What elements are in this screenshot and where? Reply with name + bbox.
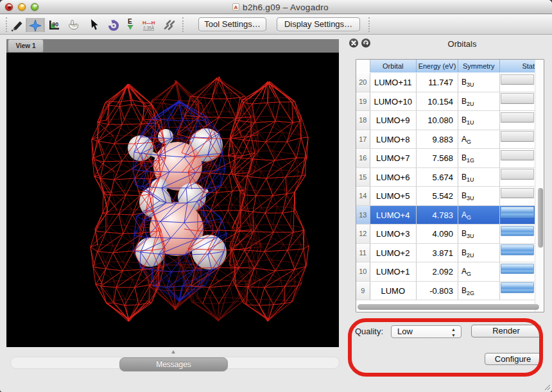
- svg-text:90: 90: [53, 21, 59, 28]
- svg-text:H―H: H―H: [142, 20, 155, 26]
- svg-text:E: E: [128, 18, 132, 25]
- svg-text:2.35Å: 2.35Å: [143, 25, 155, 30]
